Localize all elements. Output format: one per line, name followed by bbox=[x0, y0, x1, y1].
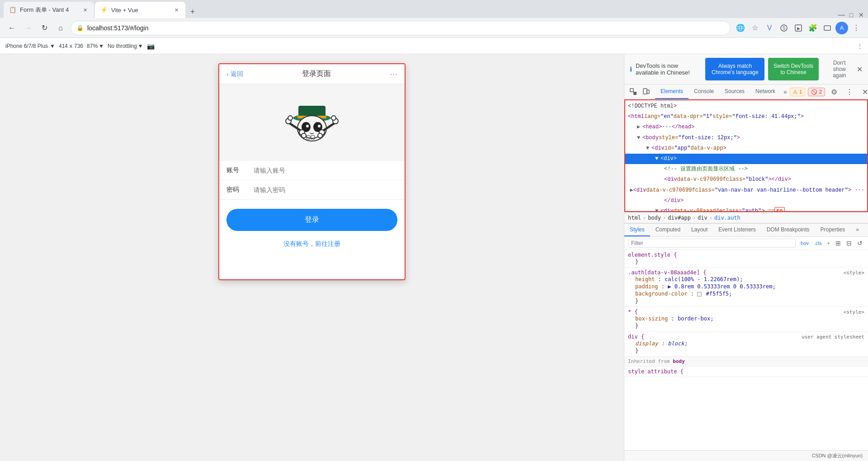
tab-vite[interactable]: ⚡ Vite + Vue ✕ bbox=[95, 2, 185, 18]
mobile-more-button[interactable]: ··· bbox=[390, 69, 397, 79]
tree-comment-router: <!-- 设置路由页面显示区域 --> bbox=[624, 164, 868, 174]
devtools-notice-close[interactable]: ✕ bbox=[857, 65, 863, 74]
auth-style-rule: .auth[data-v-08aaad4e] { <style> height … bbox=[624, 268, 868, 307]
tab-computed[interactable]: Computed bbox=[650, 224, 686, 236]
tab-dom-breakpoints[interactable]: DOM Breakpoints bbox=[761, 224, 815, 236]
html-tree: <!DOCTYPE html> <html lang="en" data-dpr… bbox=[624, 99, 868, 212]
new-style-rule-button[interactable]: ⊞ bbox=[834, 239, 843, 248]
breadcrumb-body[interactable]: body bbox=[648, 215, 661, 221]
refresh-styles-button[interactable]: ↺ bbox=[855, 239, 864, 248]
throttle-selector[interactable]: No throttling ▼ bbox=[108, 43, 143, 49]
dont-show-button[interactable]: Don't show again bbox=[822, 58, 857, 80]
home-button[interactable]: ⌂ bbox=[54, 22, 67, 34]
extension2-icon[interactable]: S bbox=[778, 22, 790, 34]
more-settings-button[interactable]: ⋮ bbox=[857, 43, 863, 49]
translate-icon[interactable]: 🌐 bbox=[734, 22, 747, 34]
tree-nav-bar: ▶ <div data-v-c970699f class="van-nav-ba… bbox=[624, 185, 868, 196]
login-button[interactable]: 登录 bbox=[226, 209, 397, 231]
password-input[interactable] bbox=[254, 186, 397, 193]
tabs-more-button[interactable]: » bbox=[781, 85, 790, 99]
tab-form[interactable]: 📋 Form 表单 - Vant 4 ✕ bbox=[4, 2, 94, 18]
styles-tabs-more[interactable]: » bbox=[850, 224, 864, 236]
mobile-frame: ‹ 返回 登录页面 ··· bbox=[218, 63, 406, 280]
extensions-icon[interactable]: 🧩 bbox=[807, 22, 819, 34]
element-style-selector[interactable]: element.style { bbox=[628, 252, 677, 258]
warning-icon: ⚠ bbox=[793, 89, 797, 95]
inherited-label: Inherited from bbox=[628, 358, 673, 364]
settings-gear-icon[interactable]: ⚙ bbox=[828, 85, 840, 98]
hov-toggle[interactable]: :hov bbox=[797, 240, 811, 247]
tab-layout[interactable]: Layout bbox=[686, 224, 713, 236]
new-tab-button[interactable]: + bbox=[186, 5, 199, 18]
device-selector[interactable]: iPhone 6/7/8 Plus ▼ bbox=[5, 43, 55, 49]
devtools-icon[interactable] bbox=[821, 22, 834, 34]
star-style-rule: * { <style> box-sizing : border-box; } bbox=[624, 307, 868, 332]
capture-icon[interactable]: 📷 bbox=[147, 42, 155, 50]
extension1-icon[interactable]: V bbox=[763, 22, 776, 34]
inspect-icon[interactable] bbox=[628, 86, 639, 97]
register-link[interactable]: 没有账号，前往注册 bbox=[219, 240, 405, 257]
back-button[interactable]: ← bbox=[5, 22, 18, 34]
tab-styles[interactable]: Styles bbox=[624, 224, 650, 236]
tab-properties[interactable]: Properties bbox=[815, 224, 851, 236]
omnibox[interactable]: 🔒 localhost:5173/#/login bbox=[71, 21, 731, 35]
bgcolor-prop: background-color : #f5f5f5; bbox=[628, 290, 864, 297]
zoom-selector[interactable]: 87% ▼ bbox=[87, 43, 104, 49]
always-match-button[interactable]: Always match Chrome's language bbox=[705, 58, 764, 80]
tree-auth-div[interactable]: ▼ <div data-v-08aaad4e class="auth" > ==… bbox=[624, 206, 868, 212]
devtools-notice: ℹ DevTools is now available in Chinese! … bbox=[630, 58, 857, 80]
styles-filter-input[interactable] bbox=[628, 239, 796, 248]
tab-sources[interactable]: Sources bbox=[719, 85, 750, 99]
extension3-icon[interactable]: ▶ bbox=[792, 22, 805, 34]
back-text: 返回 bbox=[231, 70, 243, 78]
tab1-close[interactable]: ✕ bbox=[81, 6, 89, 14]
throttle-value: No throttling bbox=[108, 43, 137, 49]
cls-toggle[interactable]: .cls bbox=[812, 240, 824, 247]
breadcrumb-app[interactable]: div#app bbox=[668, 215, 691, 221]
password-row: 密码 bbox=[219, 180, 405, 200]
tab-elements[interactable]: Elements bbox=[655, 85, 689, 99]
padding-prop: padding : ▶ 0.8rem 0.53333rem 0 0.53333r… bbox=[628, 283, 864, 290]
styles-tab-bar: Styles Computed Layout Event Listeners D… bbox=[624, 224, 868, 237]
info-icon: ℹ bbox=[630, 66, 632, 73]
close-button[interactable]: ✕ bbox=[858, 12, 864, 18]
tree-div-block: <div data-v-c970699f class="block" ></di… bbox=[624, 174, 868, 185]
error-badge[interactable]: 🚫 2 bbox=[808, 88, 825, 96]
tab-event-listeners[interactable]: Event Listeners bbox=[713, 224, 761, 236]
switch-chinese-button[interactable]: Switch DevTools to Chinese bbox=[768, 58, 818, 80]
device-mode-icon[interactable] bbox=[641, 86, 651, 97]
breadcrumb-div[interactable]: div bbox=[698, 215, 708, 221]
style-attr-selector[interactable]: style attribute { bbox=[628, 368, 684, 375]
color-swatch-f5f5f5[interactable] bbox=[697, 292, 702, 296]
toggle-sidebar-button[interactable]: ⊟ bbox=[844, 239, 854, 248]
main-area: ‹ 返回 登录页面 ··· bbox=[0, 54, 868, 461]
url-display: localhost:5173/#/login bbox=[87, 24, 725, 32]
breadcrumb-auth[interactable]: div.auth bbox=[714, 215, 741, 221]
refresh-button[interactable]: ↻ bbox=[38, 22, 51, 34]
tab-network[interactable]: Network bbox=[750, 85, 781, 99]
minimize-button[interactable]: — bbox=[838, 12, 844, 18]
style-attr-rule: style attribute { bbox=[624, 367, 868, 377]
account-input[interactable] bbox=[254, 167, 397, 174]
bookmark-star-icon[interactable]: ☆ bbox=[749, 22, 761, 34]
star-selector[interactable]: * { bbox=[628, 309, 638, 315]
div-selector[interactable]: div { bbox=[628, 334, 644, 340]
forward-button[interactable]: → bbox=[22, 22, 34, 34]
breadcrumb-html[interactable]: html bbox=[628, 215, 641, 221]
tab1-title: Form 表单 - Vant 4 bbox=[20, 6, 78, 14]
maximize-button[interactable]: □ bbox=[848, 12, 854, 18]
profile-avatar[interactable]: A bbox=[835, 22, 848, 34]
warning-badge[interactable]: ⚠ 1 bbox=[790, 88, 805, 96]
tab2-close[interactable]: ✕ bbox=[173, 6, 180, 14]
tree-div-selected[interactable]: ▼ <div> bbox=[624, 154, 868, 164]
mobile-back-button[interactable]: ‹ 返回 bbox=[226, 70, 243, 78]
auth-selector[interactable]: .auth[data-v-08aaad4e] { bbox=[628, 269, 706, 276]
chrome-window: 📋 Form 表单 - Vant 4 ✕ ⚡ Vite + Vue ✕ + — … bbox=[0, 0, 868, 461]
devtools-more-button[interactable]: ⋮ bbox=[843, 85, 856, 98]
devtools-close-button[interactable]: ✕ bbox=[859, 85, 868, 98]
tab-console[interactable]: Console bbox=[689, 85, 719, 99]
add-style-button[interactable]: + bbox=[826, 240, 832, 247]
tab1-favicon: 📋 bbox=[9, 6, 16, 14]
star-rule-close: } bbox=[628, 322, 864, 329]
more-menu-button[interactable]: ⋮ bbox=[850, 22, 863, 34]
